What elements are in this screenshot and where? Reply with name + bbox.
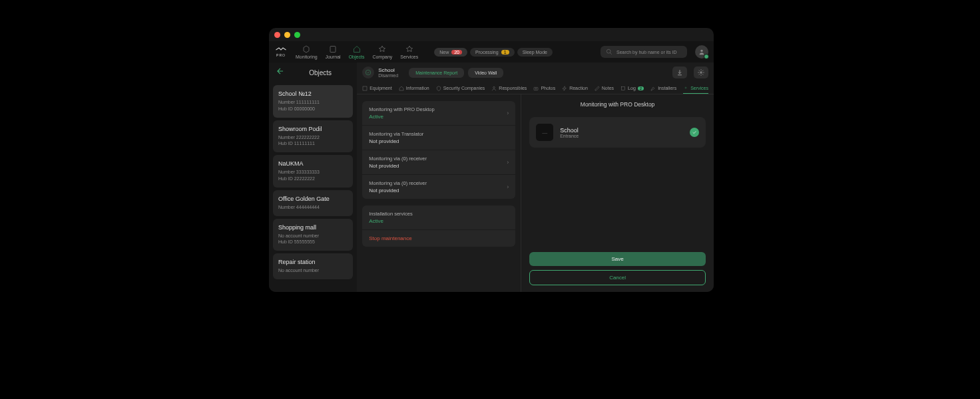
- service-row[interactable]: Monitoring with PRO Desktop Active ›: [362, 101, 515, 126]
- detail-hub-location: Entrance: [560, 134, 683, 138]
- tab-responsibles[interactable]: Responsibles: [491, 85, 527, 94]
- search-input[interactable]: Search by hub name or its ID: [601, 46, 687, 58]
- status-processing-label: Processing: [475, 50, 499, 55]
- object-card[interactable]: School №12 Number 111111111 Hub ID 00000…: [273, 85, 353, 118]
- chevron-right-icon: ›: [507, 184, 509, 190]
- nav-services[interactable]: Services: [400, 45, 418, 59]
- tab-installers[interactable]: Installers: [650, 85, 676, 94]
- settings-button[interactable]: [694, 66, 708, 78]
- close-dot[interactable]: [274, 32, 280, 38]
- save-button[interactable]: Save: [529, 252, 706, 266]
- svg-point-8: [535, 88, 537, 89]
- wrench-icon: [650, 86, 656, 91]
- nav-services-label: Services: [400, 55, 418, 59]
- svg-point-2: [700, 50, 702, 52]
- video-wall-button[interactable]: Video Wall: [468, 68, 503, 78]
- shield2-icon: [436, 86, 441, 91]
- tab-photos-label: Photos: [541, 86, 555, 90]
- object-card[interactable]: Shopping mall No account number Hub ID 5…: [273, 219, 353, 251]
- stop-maintenance-row[interactable]: Stop maintenance: [362, 230, 515, 247]
- install-services-row[interactable]: Installation services Active: [362, 205, 515, 230]
- tab-reaction-label: Reaction: [569, 86, 588, 90]
- tab-services-label: Services: [690, 86, 708, 90]
- action-buttons: Save Cancel: [529, 252, 706, 285]
- status-new-label: New: [439, 50, 449, 55]
- service-status: Not provided: [369, 188, 507, 194]
- object-card[interactable]: Showroom Podil Number 222222222 Hub ID 1…: [273, 120, 353, 153]
- object-number: Number 444444444: [278, 204, 348, 211]
- hub-card[interactable]: — School Entrance: [529, 117, 706, 148]
- svg-point-4: [700, 72, 702, 74]
- object-hubid: Hub ID 22222222: [278, 176, 348, 182]
- svg-point-6: [493, 86, 495, 88]
- download-icon: [676, 69, 683, 76]
- service-row[interactable]: Monitoring via Translator Not provided: [362, 126, 515, 150]
- chevron-right-icon: ›: [507, 159, 509, 166]
- tab-equipment[interactable]: Equipment: [362, 85, 391, 94]
- tab-equipment-label: Equipment: [369, 86, 391, 90]
- nav-objects-label: Objects: [349, 55, 365, 59]
- services-column: Monitoring with PRO Desktop Active ›Moni…: [357, 94, 521, 292]
- detail-column: Monitoring with PRO Desktop — School Ent…: [521, 94, 714, 292]
- maintenance-report-button[interactable]: Maintenance Report: [409, 68, 464, 78]
- object-name: Office Golden Gate: [278, 196, 348, 202]
- user-avatar[interactable]: [695, 45, 708, 59]
- tab-log-count: 2: [638, 86, 644, 90]
- nav-tabs: Monitoring Journal Objects Company Servi…: [296, 45, 418, 59]
- service-row[interactable]: Monitoring via (0) receiver Not provided…: [362, 175, 515, 199]
- tab-services[interactable]: Services: [683, 85, 708, 94]
- nav-company-label: Company: [372, 55, 392, 59]
- person2-icon: [491, 86, 497, 91]
- body: Objects School №12 Number 111111111 Hub …: [269, 63, 714, 292]
- min-dot[interactable]: [284, 32, 290, 38]
- svg-rect-5: [363, 86, 367, 90]
- monitoring-group: Monitoring with PRO Desktop Active ›Moni…: [362, 101, 515, 199]
- install-label: Installation services: [369, 211, 509, 217]
- sidebar: Objects School №12 Number 111111111 Hub …: [269, 63, 357, 292]
- gear-icon: [698, 69, 704, 76]
- nav-objects[interactable]: Objects: [349, 45, 365, 59]
- cancel-button[interactable]: Cancel: [529, 270, 706, 285]
- status-buttons: New20 Processing1 Sleep Mode: [434, 48, 553, 57]
- chevron-right-icon: ›: [507, 110, 509, 116]
- download-button[interactable]: [672, 66, 687, 78]
- svg-rect-0: [330, 46, 336, 52]
- tab-notes[interactable]: Notes: [595, 85, 614, 94]
- tab-responsibles-label: Responsibles: [499, 86, 527, 90]
- tab-photos[interactable]: Photos: [533, 85, 555, 94]
- person-icon: [698, 49, 705, 55]
- object-number: Number 111111111: [278, 99, 348, 106]
- back-button[interactable]: [276, 66, 285, 78]
- service-status: Active: [369, 114, 507, 120]
- svg-point-3: [366, 70, 371, 75]
- object-hubid: Hub ID 11111111: [278, 140, 348, 147]
- tab-security[interactable]: Security Companies: [436, 85, 485, 94]
- hub-state-icon: [362, 66, 374, 78]
- tab-information-label: Information: [406, 86, 429, 90]
- status-processing[interactable]: Processing1: [470, 48, 515, 57]
- object-name: NaUKMA: [278, 160, 348, 167]
- tab-reaction[interactable]: Reaction: [562, 85, 588, 94]
- max-dot[interactable]: [294, 32, 300, 38]
- nav-company[interactable]: Company: [372, 45, 392, 59]
- nav-journal[interactable]: Journal: [326, 45, 341, 59]
- nav-journal-label: Journal: [326, 55, 341, 59]
- service-row[interactable]: Monitoring via (0) receiver Not provided…: [362, 150, 515, 175]
- service-label: Monitoring via Translator: [369, 131, 509, 137]
- object-card[interactable]: NaUKMA Number 333333333 Hub ID 22222222: [273, 155, 353, 188]
- object-card[interactable]: Office Golden Gate Number 444444444: [273, 190, 353, 216]
- sidebar-header: Objects: [269, 63, 357, 82]
- install-status: Active: [369, 218, 509, 224]
- list-icon: [620, 86, 626, 91]
- tab-log[interactable]: Log2: [620, 85, 644, 94]
- nav-monitoring[interactable]: Monitoring: [296, 45, 318, 59]
- bolt-icon: [562, 86, 567, 91]
- object-card[interactable]: Repair station No account number: [273, 253, 353, 279]
- status-new[interactable]: New20: [434, 48, 467, 57]
- status-sleep[interactable]: Sleep Mode: [517, 48, 553, 57]
- sidebar-title: Objects: [290, 69, 350, 76]
- object-number: No account number: [278, 233, 348, 239]
- pencil-icon: [595, 86, 600, 91]
- hub-name: School: [378, 67, 398, 73]
- tab-information[interactable]: Information: [399, 85, 429, 94]
